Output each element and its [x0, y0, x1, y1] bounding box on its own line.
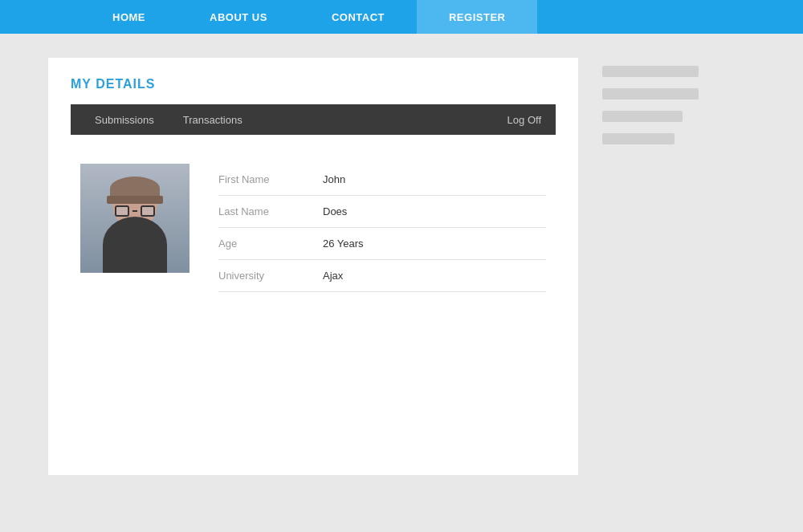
- value-university: Ajax: [323, 270, 343, 282]
- label-lastname: Last Name: [218, 205, 323, 217]
- sidebar-block-1: [602, 66, 699, 77]
- glass-bridge: [132, 210, 137, 212]
- detail-row-lastname: Last Name Does: [218, 196, 546, 228]
- label-university: University: [218, 270, 323, 282]
- main-content: MY DETAILS Submissions Transactions Log …: [48, 58, 578, 475]
- main-nav: HOME ABOUT US CONTACT REGISTER: [0, 0, 803, 34]
- profile-photo: [80, 164, 190, 273]
- lens-left: [115, 205, 129, 217]
- nav-home[interactable]: HOME: [80, 0, 177, 34]
- value-firstname: John: [323, 173, 345, 185]
- page-title: MY DETAILS: [71, 77, 556, 91]
- value-lastname: Does: [323, 205, 347, 217]
- label-age: Age: [218, 238, 323, 250]
- sidebar-block-3: [602, 111, 683, 122]
- glasses-shape: [115, 205, 155, 217]
- sidebar-block-4: [602, 133, 675, 144]
- label-firstname: First Name: [218, 173, 323, 185]
- nav-register[interactable]: REGISTER: [417, 0, 537, 34]
- tabs-bar: Submissions Transactions Log Off: [71, 104, 556, 135]
- tab-transactions[interactable]: Transactions: [169, 104, 257, 135]
- detail-row-age: Age 26 Years: [218, 228, 546, 260]
- tab-logoff[interactable]: Log Off: [507, 114, 546, 126]
- tab-submissions[interactable]: Submissions: [80, 104, 169, 135]
- hat-brim-shape: [107, 196, 163, 204]
- value-age: 26 Years: [323, 238, 364, 250]
- detail-row-university: University Ajax: [218, 260, 546, 292]
- profile-section: First Name John Last Name Does Age 26 Ye…: [71, 151, 556, 305]
- sidebar: [602, 58, 715, 475]
- page-body: MY DETAILS Submissions Transactions Log …: [0, 34, 803, 499]
- details-table: First Name John Last Name Does Age 26 Ye…: [218, 164, 546, 292]
- nav-contact[interactable]: CONTACT: [300, 0, 417, 34]
- nav-about[interactable]: ABOUT US: [177, 0, 300, 34]
- person-silhouette: [80, 164, 190, 273]
- detail-row-firstname: First Name John: [218, 164, 546, 196]
- lens-right: [141, 205, 155, 217]
- sidebar-block-2: [602, 88, 699, 99]
